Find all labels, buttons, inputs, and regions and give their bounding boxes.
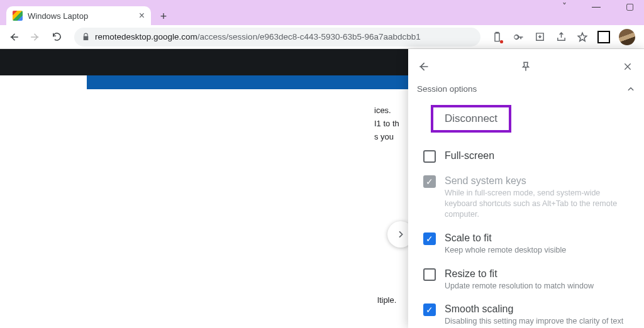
option-title: Full-screen: [445, 150, 633, 161]
arrow-left-icon: [417, 60, 430, 73]
toolbar-right-icons: [487, 29, 639, 45]
window-minimize-button[interactable]: —: [587, 1, 606, 11]
panel-close-button[interactable]: [623, 62, 635, 72]
option-scale-to-fit[interactable]: ✓ Scale to fit Keep whole remote desktop…: [417, 226, 635, 262]
window-chevron-icon[interactable]: ˅: [557, 1, 572, 11]
window-maximize-button[interactable]: ▢: [621, 1, 639, 11]
option-description: Disabling this setting may improve the c…: [445, 316, 633, 328]
option-fullscreen[interactable]: Full-screen: [417, 144, 635, 169]
checkbox-fullscreen[interactable]: [423, 150, 436, 163]
session-options-header[interactable]: Session options: [417, 84, 635, 94]
remote-text-fragment-2: ltiple.: [377, 295, 396, 305]
option-resize-to-fit[interactable]: Resize to fit Update remote resolution t…: [417, 262, 635, 298]
option-description: Update remote resolution to match window: [445, 281, 633, 292]
chevron-right-icon: [396, 229, 406, 239]
omnibox[interactable]: remotedesktop.google.com/access/session/…: [74, 28, 480, 46]
share-icon[interactable]: [555, 31, 567, 43]
new-tab-button[interactable]: +: [155, 8, 172, 25]
browser-toolbar: remotedesktop.google.com/access/session/…: [0, 25, 644, 49]
close-icon: [623, 62, 633, 72]
option-title: Smooth scaling: [445, 303, 633, 315]
pin-icon: [520, 61, 531, 72]
checkbox-scale-to-fit[interactable]: ✓: [423, 232, 436, 245]
checkbox-smooth-scaling[interactable]: ✓: [423, 303, 436, 316]
reload-button[interactable]: [48, 28, 65, 46]
option-title: Resize to fit: [445, 268, 633, 280]
key-icon[interactable]: [512, 31, 525, 43]
tab-title: Windows Laptop: [28, 11, 88, 21]
session-options-label: Session options: [417, 84, 477, 94]
panel-back-button[interactable]: [417, 60, 430, 73]
session-options-panel: Session options Disconnect Full-screen ✓…: [408, 49, 644, 328]
clipboard-icon[interactable]: [491, 31, 503, 43]
back-button[interactable]: [5, 28, 23, 46]
star-icon[interactable]: [576, 31, 589, 43]
tab-active[interactable]: Windows Laptop ×: [6, 6, 151, 25]
option-send-system-keys: ✓ Send system keys While in full-screen …: [417, 169, 635, 226]
checkbox-send-system-keys: ✓: [423, 175, 436, 188]
checkbox-resize-to-fit[interactable]: [423, 268, 436, 281]
pin-button[interactable]: [520, 61, 533, 72]
arrow-left-icon: [8, 31, 19, 43]
remote-text-fragment: ices. I1 to th s you: [374, 104, 399, 143]
chevron-up-icon: [626, 85, 635, 94]
forward-button[interactable]: [26, 28, 44, 46]
page-content: ices. I1 to th s you ltiple. Session opt…: [0, 49, 644, 328]
arrow-right-icon: [30, 31, 41, 43]
extensions-icon[interactable]: [597, 31, 610, 43]
install-icon[interactable]: [533, 31, 546, 43]
disconnect-button[interactable]: Disconnect: [431, 105, 511, 133]
reload-icon: [52, 31, 62, 42]
tabbar: Windows Laptop × +: [0, 5, 644, 25]
option-title: Scale to fit: [445, 232, 633, 244]
option-title: Send system keys: [445, 175, 633, 187]
url-text: remotedesktop.google.com/access/session/…: [95, 32, 421, 41]
option-smooth-scaling[interactable]: ✓ Smooth scaling Disabling this setting …: [417, 297, 635, 328]
profile-avatar[interactable]: [619, 29, 635, 45]
window-controls: ˅ — ▢: [557, 1, 639, 11]
lock-icon: [82, 33, 90, 41]
option-description: While in full-screen mode, send system-w…: [445, 188, 633, 220]
tab-favicon-icon: [13, 11, 23, 21]
tab-close-icon[interactable]: ×: [139, 10, 145, 21]
option-description: Keep whole remote desktop visible: [445, 245, 633, 256]
